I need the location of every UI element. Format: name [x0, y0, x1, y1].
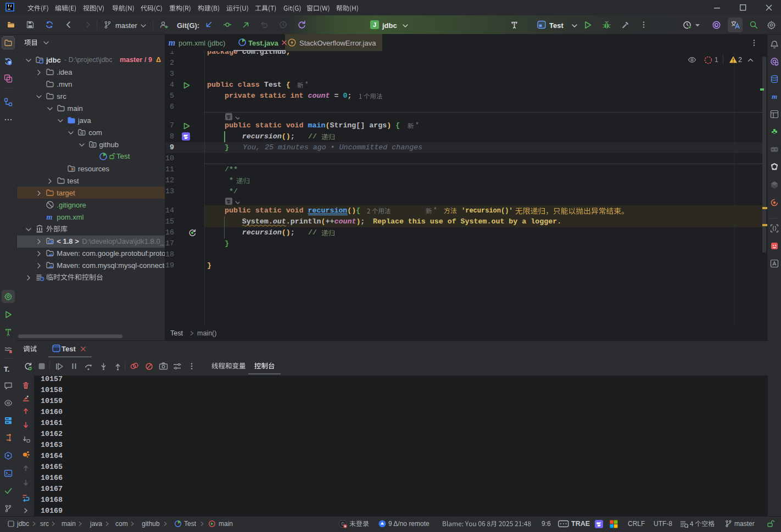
- svg-text:J: J: [373, 21, 376, 28]
- svg-text:m: m: [169, 38, 175, 47]
- svg-text:m: m: [772, 92, 777, 100]
- svg-text:m: m: [47, 213, 53, 221]
- svg-text:?: ?: [8, 60, 11, 65]
